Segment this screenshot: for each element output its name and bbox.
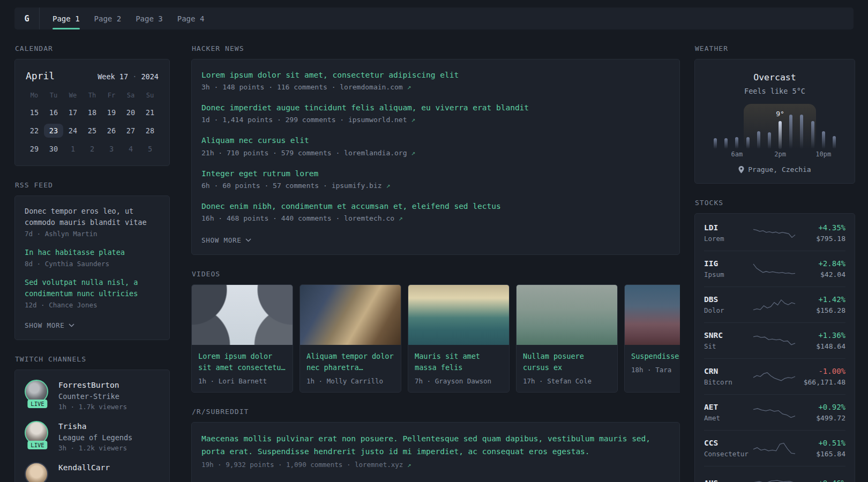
hacker-news-card: Lorem ipsum dolor sit amet, consectetur … [191, 59, 680, 255]
video-card-body: Lorem ipsum dolor sit amet consectetu…1h… [192, 345, 293, 392]
channel-name-link[interactable]: KendallCarr [58, 463, 110, 472]
stock-ticker: IIG [704, 259, 752, 268]
weather-hour-label: 6am [731, 150, 743, 158]
weather-hour-labels: 6am2pm10pm [710, 150, 840, 159]
rss-item-link[interactable]: In hac habitasse platea [25, 247, 160, 258]
calendar-day-header: We [63, 89, 83, 101]
story-title-link[interactable]: Aliquam nec cursus elit [201, 134, 670, 147]
video-title-link[interactable]: Mauris sit amet massa felis [415, 351, 503, 373]
tab-page-2[interactable]: Page 2 [94, 7, 122, 29]
calendar-date: 29 [25, 142, 44, 156]
story-domain-link[interactable]: loremtech.co ↗ [344, 214, 403, 222]
calendar-date: 28 [140, 124, 160, 138]
story-title-link[interactable]: Integer eget rutrum lorem [201, 168, 670, 180]
tab-page-4[interactable]: Page 4 [177, 7, 205, 29]
twitch-channel-item[interactable]: LIVEForrestBurtonCounter-Strike1h · 1.7k… [25, 380, 160, 411]
stock-values: +1.36%$148.64 [796, 331, 845, 350]
twitch-channel-item[interactable]: LIVETrishaLeague of Legends3h · 1.2k vie… [25, 421, 160, 452]
calendar-date: 21 [140, 106, 160, 119]
story-domain-link[interactable]: ipsumify.biz ↗ [332, 182, 391, 190]
video-card[interactable]: Lorem ipsum dolor sit amet consectetu…1h… [191, 284, 293, 393]
domain-text: loremdomain.com [340, 83, 407, 91]
story-meta-text: 1d · 1,414 points · 299 comments · [201, 116, 348, 124]
post-domain-link[interactable]: loremnet.xyz ↗ [355, 461, 411, 469]
stock-row[interactable]: LDILorem+4.35%$795.18 [704, 215, 845, 251]
domain-text: ipsumify.biz [332, 182, 386, 190]
subreddit-post-meta: 19h · 9,932 points · 1,090 comments · lo… [201, 461, 670, 469]
video-card-body: Nullam posuere cursus ex17h · Stefan Col… [517, 345, 617, 392]
calendar-year: 2024 [141, 72, 159, 81]
tab-page-1[interactable]: Page 1 [53, 7, 80, 29]
hn-show-more-button[interactable]: SHOW MORE [201, 236, 251, 244]
external-link-icon: ↗ [407, 461, 411, 469]
video-title-link[interactable]: Aliquam tempor dolor nec pharetra… [306, 351, 394, 373]
weather-bar [768, 132, 771, 149]
twitch-channel-item[interactable]: KendallCarr [25, 462, 160, 482]
calendar-date: 23 [44, 124, 63, 138]
stock-row[interactable]: CRNBitcorn-1.00%$66,171.48 [704, 358, 845, 394]
rss-item-meta: 12d · Chance Jones [25, 301, 160, 309]
section-label-subreddit: /R/SUBREDDIT [192, 408, 680, 416]
stock-change-percent: +0.46% [796, 479, 845, 482]
channel-info: ForrestBurtonCounter-Strike1h · 1.7k vie… [58, 380, 127, 411]
stock-sparkline [752, 404, 796, 421]
rss-show-more-button[interactable]: SHOW MORE [25, 321, 74, 329]
video-card[interactable]: Suspendisse diam18h · Tara [624, 284, 680, 393]
calendar-day-header: Fr [102, 89, 121, 101]
weather-bars [710, 114, 840, 149]
rss-item-meta: 8d · Cynthia Saunders [25, 260, 160, 268]
story-domain-link[interactable]: ipsumworld.net ↗ [348, 116, 415, 124]
calendar-date: 2 [83, 142, 102, 156]
video-title-link[interactable]: Lorem ipsum dolor sit amet consectetu… [198, 351, 286, 373]
channel-name-link[interactable]: ForrestBurton [58, 381, 119, 389]
video-thumbnail[interactable] [300, 285, 401, 345]
story-domain-link[interactable]: loremdomain.com ↗ [340, 83, 411, 91]
video-card[interactable]: Mauris sit amet massa felis7h · Grayson … [408, 284, 510, 393]
weather-bar-slot [710, 138, 721, 149]
subreddit-post-link[interactable]: Maecenas mollis pulvinar erat non posuer… [201, 432, 670, 458]
avatar[interactable]: LIVE [25, 380, 50, 411]
story-meta: 3h · 148 points · 116 comments · loremdo… [201, 83, 670, 91]
stock-ticker: CRN [704, 367, 752, 375]
rss-card: Donec tempor eros leo, ut commodo mauris… [14, 195, 170, 340]
stocks-card: LDILorem+4.35%$795.18IIGIpsum+2.84%$42.0… [694, 213, 855, 482]
video-card[interactable]: Aliquam tempor dolor nec pharetra…1h · M… [300, 284, 401, 393]
stock-row[interactable]: SNRCSit+1.36%$148.64 [704, 322, 845, 358]
stock-values: +2.84%$42.04 [796, 259, 845, 278]
app-logo[interactable]: G [14, 7, 40, 29]
calendar-date: 4 [121, 142, 140, 156]
calendar-date: 3 [102, 142, 121, 156]
stock-row[interactable]: IIGIpsum+2.84%$42.04 [704, 251, 845, 287]
rss-item-link[interactable]: Sed volutpat nulla nisl, a condimentum n… [25, 277, 160, 299]
video-thumbnail[interactable] [192, 285, 293, 345]
video-thumbnail[interactable] [517, 285, 617, 345]
stock-row[interactable]: CCSConsectetur+0.51%$165.84 [704, 430, 845, 466]
weather-card: Overcast Feels like 5°C 9° 6am2pm10pm Pr… [694, 59, 855, 184]
rss-item-link[interactable]: Donec tempor eros leo, ut commodo mauris… [25, 206, 160, 228]
story-title-link[interactable]: Donec enim nibh, condimentum et accumsan… [201, 200, 670, 213]
stock-row[interactable]: AHS+0.46% [704, 466, 845, 482]
channel-name-link[interactable]: Trisha [58, 422, 86, 431]
story-title-link[interactable]: Lorem ipsum dolor sit amet, consectetur … [201, 69, 670, 81]
stock-values: -1.00%$66,171.48 [796, 367, 845, 386]
weather-condition: Overcast [706, 72, 844, 82]
avatar[interactable]: LIVE [25, 421, 50, 452]
avatar[interactable] [25, 462, 50, 482]
story-title-link[interactable]: Donec imperdiet augue tincidunt felis al… [201, 102, 670, 114]
stock-row[interactable]: DBSDolor+1.42%$156.28 [704, 287, 845, 322]
tab-page-3[interactable]: Page 3 [136, 7, 163, 29]
video-title-link[interactable]: Nullam posuere cursus ex [523, 351, 611, 373]
video-thumbnail[interactable] [625, 285, 680, 345]
story-domain-link[interactable]: loremlandia.org ↗ [344, 149, 415, 157]
video-thumbnail[interactable] [408, 285, 509, 345]
section-label-calendar: CALENDAR [15, 44, 170, 52]
video-card[interactable]: Nullam posuere cursus ex17h · Stefan Col… [516, 284, 618, 393]
hn-story-item: Integer eget rutrum lorem6h · 60 points … [201, 168, 670, 190]
video-title-link[interactable]: Suspendisse diam [631, 351, 680, 362]
stock-info: AETAmet [704, 403, 752, 422]
channel-viewers: 3h · 1.2k viewers [58, 444, 132, 452]
stock-row[interactable]: AETAmet+0.92%$499.72 [704, 394, 845, 430]
external-link-icon: ↗ [411, 116, 415, 124]
stock-price: $42.04 [796, 270, 845, 278]
video-card-body: Aliquam tempor dolor nec pharetra…1h · M… [300, 345, 401, 392]
